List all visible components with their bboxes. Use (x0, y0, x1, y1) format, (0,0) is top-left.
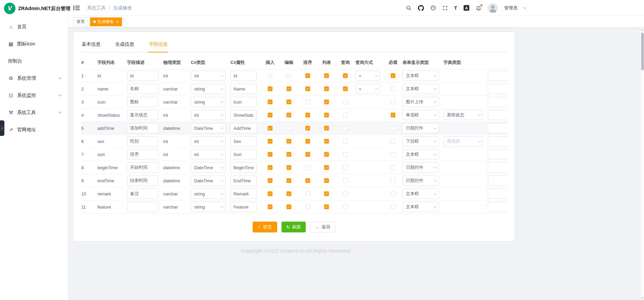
csharp-property-input[interactable] (230, 202, 257, 212)
insert-checkbox[interactable] (268, 165, 272, 170)
fullscreen-icon[interactable] (442, 5, 448, 11)
sort-checkbox[interactable] (305, 191, 310, 196)
insert-checkbox[interactable] (268, 191, 272, 196)
required-checkbox[interactable] (391, 204, 395, 209)
sidebar-item-system-monitor[interactable]: ⊡系统监控 (0, 87, 68, 104)
settings-drawer-handle[interactable] (0, 120, 4, 136)
overflow-column-input[interactable] (488, 97, 507, 107)
chevron-down-icon[interactable] (523, 6, 526, 9)
edit-checkbox[interactable] (287, 165, 291, 170)
list-checkbox[interactable] (324, 126, 329, 130)
overflow-column-input[interactable] (488, 149, 507, 159)
sort-checkbox[interactable] (305, 152, 310, 157)
sort-checkbox[interactable] (305, 100, 310, 104)
csharp-property-input[interactable] (230, 176, 257, 186)
display-type-select[interactable]: 文本框 (402, 84, 439, 94)
required-checkbox[interactable] (391, 178, 395, 183)
csharp-type-select[interactable]: DateTime (191, 123, 226, 133)
csharp-type-select[interactable]: int (191, 110, 226, 120)
sidebar-item-console[interactable]: 控制台 (0, 52, 68, 70)
breadcrumb-item[interactable]: 系统工具 (87, 5, 106, 11)
tab-0[interactable]: 基本信息 (81, 38, 101, 52)
query-type-select[interactable]: = (355, 84, 380, 94)
notification-icon[interactable] (476, 5, 481, 11)
sort-checkbox[interactable] (305, 86, 310, 91)
query-checkbox[interactable] (343, 165, 348, 170)
field-description-input[interactable] (127, 84, 159, 94)
field-description-input[interactable] (127, 189, 159, 199)
list-checkbox[interactable] (324, 113, 329, 117)
field-description-input[interactable] (127, 202, 159, 212)
edit-checkbox[interactable] (287, 139, 291, 144)
list-checkbox[interactable] (324, 86, 329, 91)
field-description-input[interactable] (127, 123, 159, 133)
overflow-column-input[interactable] (488, 123, 507, 133)
csharp-type-select[interactable]: string (191, 189, 226, 199)
display-type-select[interactable]: 文本框 (402, 189, 439, 199)
csharp-type-select[interactable]: string (191, 84, 226, 94)
query-checkbox[interactable] (343, 191, 348, 196)
csharp-property-input[interactable] (230, 149, 257, 159)
display-type-select[interactable]: 日期控件 (402, 162, 439, 173)
edit-checkbox[interactable] (287, 113, 291, 117)
required-checkbox[interactable] (391, 100, 395, 104)
field-description-input[interactable] (127, 162, 159, 173)
display-type-select[interactable]: 日期控件 (402, 176, 439, 186)
insert-checkbox[interactable] (268, 100, 272, 104)
tab-1[interactable]: 生成信息 (115, 38, 134, 52)
avatar[interactable] (488, 3, 498, 13)
edit-checkbox[interactable] (287, 73, 291, 78)
display-type-select[interactable]: 单选框 (402, 110, 439, 120)
overflow-column-input[interactable] (488, 136, 507, 146)
table-scroll-area[interactable]: #字段列名字段描述物理类型C#类型C#属性插入编辑排序列表查询查询方式必填表单显… (81, 56, 507, 214)
csharp-type-select[interactable]: string (191, 202, 226, 212)
sort-checkbox[interactable] (305, 139, 310, 144)
edit-checkbox[interactable] (287, 178, 291, 183)
sidebar-item-icons[interactable]: ▦图标icon (0, 35, 68, 52)
sort-checkbox[interactable] (305, 126, 310, 130)
required-checkbox[interactable] (391, 113, 395, 117)
scroll-up-icon[interactable]: ▲ (641, 28, 644, 32)
tag-1[interactable]: 生成修改× (90, 17, 122, 26)
list-checkbox[interactable] (324, 204, 329, 209)
sort-checkbox[interactable] (305, 178, 310, 183)
query-type-select[interactable]: = (355, 71, 380, 81)
csharp-property-input[interactable] (230, 136, 257, 146)
sidebar-item-website[interactable]: ↗官网地址 (0, 121, 68, 138)
tag-0[interactable]: 首页 (73, 17, 88, 26)
list-checkbox[interactable] (324, 100, 329, 104)
required-checkbox[interactable] (391, 73, 395, 78)
overflow-column-input[interactable] (488, 162, 507, 173)
list-checkbox[interactable] (324, 165, 329, 170)
csharp-property-input[interactable] (230, 123, 257, 133)
query-checkbox[interactable] (343, 100, 348, 104)
scrollbar-thumb[interactable] (641, 33, 644, 70)
csharp-type-select[interactable]: int (191, 71, 226, 81)
query-checkbox[interactable] (343, 126, 348, 130)
overflow-column-input[interactable] (488, 189, 507, 199)
refresh-button[interactable]: ↻ 刷新 (282, 222, 306, 232)
query-checkbox[interactable] (343, 152, 348, 157)
sidebar-item-home[interactable]: ⌂首页 (0, 18, 68, 35)
user-name[interactable]: 管理员 (504, 5, 517, 11)
csharp-property-input[interactable] (230, 84, 257, 94)
edit-checkbox[interactable] (287, 126, 291, 130)
edit-checkbox[interactable] (287, 100, 291, 104)
close-icon[interactable]: × (116, 20, 119, 24)
query-checkbox[interactable] (343, 178, 348, 183)
sidebar-toggle-icon[interactable] (74, 5, 80, 10)
field-description-input[interactable] (127, 149, 159, 159)
csharp-property-input[interactable] (230, 189, 257, 199)
edit-checkbox[interactable] (287, 191, 291, 196)
display-type-select[interactable]: 图片上传 (402, 97, 439, 107)
help-icon[interactable]: ? (430, 5, 436, 11)
csharp-property-input[interactable] (230, 97, 257, 107)
required-checkbox[interactable] (391, 191, 395, 196)
overflow-column-input[interactable] (488, 176, 507, 186)
sort-checkbox[interactable] (305, 204, 310, 209)
query-checkbox[interactable] (343, 86, 348, 91)
list-checkbox[interactable] (324, 139, 329, 144)
csharp-type-select[interactable]: DateTime (191, 176, 226, 186)
query-checkbox[interactable] (343, 204, 348, 209)
csharp-property-input[interactable] (230, 71, 257, 81)
